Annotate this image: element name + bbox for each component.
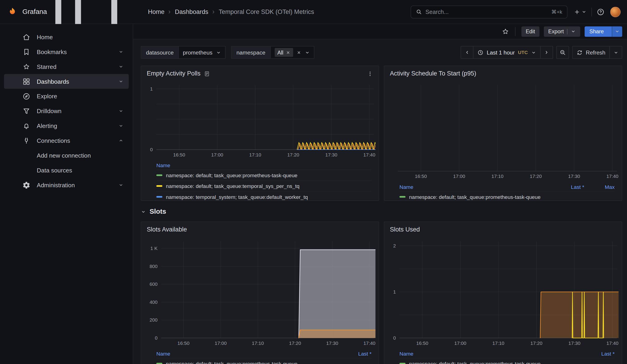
sidebar-item-label: Connections bbox=[37, 137, 117, 144]
legend-item-label: namespace: default; task_queue:prometheu… bbox=[166, 361, 298, 364]
legend-item[interactable]: namespace: default; task_queue:prometheu… bbox=[157, 358, 372, 364]
top-navigation: Grafana HomeDashboardsTemporal Core SDK … bbox=[0, 0, 627, 24]
time-shift-back-button[interactable] bbox=[461, 46, 473, 59]
namespace-variable-select[interactable]: All bbox=[270, 46, 314, 59]
svg-text:1: 1 bbox=[150, 86, 153, 92]
time-shift-forward-button[interactable] bbox=[540, 46, 553, 59]
svg-text:17:40: 17:40 bbox=[607, 174, 619, 179]
star-icon bbox=[22, 62, 30, 70]
panel-legend: NameLast *namespace: default; task_queue… bbox=[384, 348, 622, 364]
panel-title[interactable]: Activity Schedule To Start (p95) bbox=[390, 70, 476, 77]
bell-icon bbox=[22, 122, 30, 130]
sidebar-item-explore[interactable]: Explore bbox=[4, 89, 129, 104]
refresh-interval-dropdown[interactable] bbox=[609, 46, 622, 59]
timeseries-chart[interactable]: 16:5017:0017:1017:2017:3017:40 bbox=[387, 81, 619, 181]
sidebar-item-add-new-connection[interactable]: Add new connection bbox=[4, 148, 129, 163]
timeseries-chart[interactable]: 16:5017:0017:1017:2017:3017:4001 bbox=[144, 81, 375, 159]
timezone-label: UTC bbox=[518, 50, 528, 55]
timeseries-chart[interactable]: 16:5017:0017:1017:2017:3017:40012 bbox=[387, 237, 619, 348]
search-input[interactable]: Search... ⌘+k bbox=[411, 5, 568, 18]
dashboard-canvas: datasource prometheus namespace All bbox=[133, 39, 627, 364]
legend-item[interactable]: namespace: default; task_queue:temporal_… bbox=[157, 180, 372, 191]
time-range-picker-button[interactable]: Last 1 hour UTC bbox=[473, 46, 541, 59]
topnav-brand-section: Grafana bbox=[0, 0, 133, 23]
legend-value-column-header[interactable]: Last * bbox=[350, 351, 372, 357]
legend-item[interactable]: namespace: default; task_queue:prometheu… bbox=[157, 170, 372, 180]
sidebar-item-home[interactable]: Home bbox=[4, 30, 129, 45]
panel-legend: Namenamespace: default; task_queue:prome… bbox=[141, 159, 379, 201]
sidebar-item-label: Administration bbox=[37, 182, 117, 188]
sidebar-item-alerting[interactable]: Alerting bbox=[4, 118, 129, 133]
legend-name-column-header[interactable]: Name bbox=[157, 162, 170, 168]
panel-title[interactable]: Empty Activity Polls bbox=[147, 70, 201, 77]
namespace-variable-label: namespace bbox=[231, 46, 270, 59]
series-color-swatch bbox=[399, 363, 405, 364]
sidebar-nav: HomeBookmarksStarredDashboardsExploreDri… bbox=[0, 30, 133, 193]
edit-button[interactable]: Edit bbox=[521, 26, 539, 37]
sidebar-item-administration[interactable]: Administration bbox=[4, 178, 129, 193]
sidebar-item-connections[interactable]: Connections bbox=[4, 133, 129, 148]
time-range-label: Last 1 hour bbox=[487, 49, 515, 56]
panel-title[interactable]: Slots Available bbox=[147, 226, 187, 233]
chevron-down-icon bbox=[216, 50, 221, 55]
datasource-variable: datasource prometheus bbox=[141, 46, 225, 59]
breadcrumb-item[interactable]: Dashboards bbox=[175, 8, 209, 15]
sidebar-item-data-sources[interactable]: Data sources bbox=[4, 163, 129, 178]
svg-text:16:50: 16:50 bbox=[177, 341, 189, 346]
namespace-chip[interactable]: All bbox=[274, 48, 293, 57]
panel-row-2: Slots Available 16:5017:0017:1017:2017:3… bbox=[141, 222, 622, 364]
legend-name-column-header[interactable]: Name bbox=[399, 351, 413, 357]
sidebar-item-drilldown[interactable]: Drilldown bbox=[4, 104, 129, 118]
share-button[interactable]: Share bbox=[585, 26, 622, 37]
series-color-swatch bbox=[157, 196, 162, 198]
clear-selection-icon[interactable] bbox=[297, 50, 301, 54]
breadcrumb-item[interactable]: Home bbox=[148, 8, 165, 15]
timeseries-chart[interactable]: 16:5017:0017:1017:2017:3017:400200400600… bbox=[144, 237, 375, 348]
chevron-up-icon bbox=[118, 137, 124, 144]
legend-name-column-header[interactable]: Name bbox=[399, 184, 413, 190]
panel-header[interactable]: Activity Schedule To Start (p95) bbox=[384, 66, 622, 81]
legend-header: NameLast *Max bbox=[399, 182, 615, 191]
legend-name-column-header[interactable]: Name bbox=[157, 351, 170, 357]
help-icon[interactable] bbox=[597, 8, 605, 16]
share-dropdown-button[interactable] bbox=[612, 26, 622, 37]
sidebar-item-dashboards[interactable]: Dashboards bbox=[4, 74, 129, 89]
sidebar-item-bookmarks[interactable]: Bookmarks bbox=[4, 45, 129, 59]
panel-title[interactable]: Slots Used bbox=[390, 226, 420, 233]
chevron-down-icon bbox=[613, 50, 618, 55]
star-dashboard-icon[interactable] bbox=[502, 28, 509, 35]
divider bbox=[567, 29, 568, 34]
svg-text:17:10: 17:10 bbox=[249, 152, 261, 157]
svg-text:17:00: 17:00 bbox=[454, 341, 467, 346]
apps-icon bbox=[22, 77, 30, 85]
avatar[interactable] bbox=[610, 7, 621, 17]
legend-item[interactable]: namespace: temporal_system; task_queue:d… bbox=[157, 191, 372, 201]
panel-header[interactable]: Slots Used bbox=[384, 222, 622, 237]
sidebar-item-label: Dashboards bbox=[37, 78, 117, 85]
svg-text:17:30: 17:30 bbox=[568, 174, 580, 179]
new-button[interactable] bbox=[574, 9, 587, 15]
panel-description-icon[interactable] bbox=[204, 71, 210, 77]
refresh-button[interactable]: Refresh bbox=[572, 46, 610, 59]
series-color-swatch bbox=[157, 185, 162, 187]
legend-value-column-header[interactable]: Max bbox=[593, 184, 615, 190]
panel-header[interactable]: Empty Activity Polls bbox=[141, 66, 379, 81]
remove-chip-icon[interactable] bbox=[286, 50, 290, 54]
legend-item[interactable]: namespace: default; task_queue:prometheu… bbox=[399, 191, 615, 201]
row-slots-toggle[interactable]: Slots bbox=[141, 207, 622, 217]
plug-icon bbox=[22, 137, 30, 145]
panel-menu-icon[interactable] bbox=[367, 71, 373, 77]
brand[interactable]: Grafana bbox=[7, 7, 47, 17]
panel-header[interactable]: Slots Available bbox=[141, 222, 379, 237]
svg-text:17:30: 17:30 bbox=[568, 341, 580, 346]
legend-item-label: namespace: default; task_queue:temporal_… bbox=[166, 183, 300, 189]
sidebar-item-starred[interactable]: Starred bbox=[4, 59, 129, 74]
export-button[interactable]: Export bbox=[544, 26, 580, 37]
chevron-down-icon bbox=[118, 78, 124, 85]
panel-row-1: Empty Activity Polls 16:5017:0017:1017:2… bbox=[141, 66, 622, 201]
datasource-variable-select[interactable]: prometheus bbox=[179, 46, 226, 59]
legend-item[interactable]: namespace: default; task_queue:prometheu… bbox=[399, 358, 615, 364]
zoom-out-time-button[interactable] bbox=[556, 46, 569, 59]
legend-value-column-header[interactable]: Last * bbox=[563, 184, 584, 190]
legend-value-column-header[interactable]: Last * bbox=[593, 351, 615, 357]
